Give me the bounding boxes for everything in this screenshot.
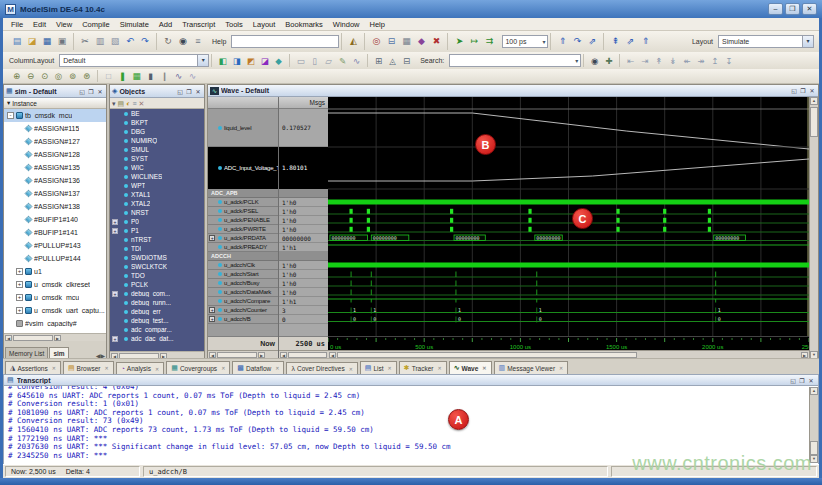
sim-tree-item[interactable]: #ASSIGN#135: [4, 161, 106, 174]
menu-layout[interactable]: Layout: [249, 20, 280, 29]
float-icon[interactable]: ❐: [798, 377, 806, 384]
stop-drawing-icon[interactable]: □: [102, 70, 115, 82]
wave-canvas[interactable]: 0000000000000000000000000000000000000000…: [328, 97, 809, 336]
wave-signal-name[interactable]: u_adck/PCLK: [208, 198, 278, 207]
close-icon[interactable]: ✕: [807, 377, 815, 384]
step-over-icon[interactable]: ↷: [570, 35, 584, 48]
menu-tools[interactable]: Tools: [221, 20, 247, 29]
close-icon[interactable]: ✕: [52, 365, 56, 371]
objects-item[interactable]: NUMIRQ: [110, 136, 204, 145]
wave-signal-name[interactable]: +u_adcch/B: [208, 315, 278, 324]
zoom-last-icon[interactable]: ⊛: [80, 70, 93, 82]
group-icon[interactable]: ◬: [386, 55, 399, 67]
find-options-icon[interactable]: ≡: [191, 35, 205, 48]
wave-signal-name[interactable]: u_adcch/Start: [208, 270, 278, 279]
transcript-header[interactable]: ▤ Transcript ◱❐✕: [3, 374, 819, 386]
help-lamp-icon[interactable]: ◭: [346, 35, 360, 48]
tree-expander-icon[interactable]: +: [209, 307, 215, 313]
objects-item[interactable]: debug_err: [110, 307, 204, 316]
sim-tree-item[interactable]: #ASSIGN#136: [4, 174, 106, 187]
sim-tree-item[interactable]: #ASSIGN#137: [4, 187, 106, 200]
zoom-mode-icon[interactable]: ▱: [322, 55, 335, 67]
objects-item[interactable]: NRST: [110, 208, 204, 217]
insert-group-icon[interactable]: ◪: [258, 55, 271, 67]
menu-transcript[interactable]: Transcript: [178, 20, 219, 29]
sim-tree-item[interactable]: #PULLUP#143: [4, 239, 106, 252]
workspace-tab-covergroups[interactable]: ▦Covergroups✕: [166, 361, 230, 374]
tree-expander-icon[interactable]: +: [209, 316, 215, 322]
objects-item[interactable]: BE: [110, 109, 204, 118]
menu-add[interactable]: Add: [155, 20, 176, 29]
elaborate-icon[interactable]: ◆: [414, 35, 428, 48]
workspace-tab-list[interactable]: ▤List✕: [360, 361, 397, 374]
step-out-icon[interactable]: ⇗: [585, 35, 599, 48]
tree-expander-icon[interactable]: +: [16, 268, 23, 275]
view-filter-icon[interactable]: ▤: [118, 99, 125, 108]
cut-icon[interactable]: ✂: [78, 35, 92, 48]
wave-signal-name[interactable]: u_adcch/DataMark: [208, 288, 278, 297]
step-next-icon[interactable]: ⇑: [638, 35, 652, 48]
restart-icon[interactable]: ◎: [369, 35, 383, 48]
copy-icon[interactable]: ▥: [93, 35, 107, 48]
instance-column-header[interactable]: ▾ Instance: [4, 98, 106, 109]
tree-expander-icon[interactable]: +: [112, 291, 118, 297]
sim-tree-item[interactable]: #ASSIGN#138: [4, 200, 106, 213]
close-icon[interactable]: ✕: [155, 366, 159, 372]
tree-expander-icon[interactable]: +: [16, 281, 23, 288]
dock-icon[interactable]: ◱: [789, 377, 797, 384]
sim-tree-item[interactable]: #ASSIGN#115: [4, 122, 106, 135]
scroll-thumb[interactable]: [810, 107, 818, 137]
find-first-icon[interactable]: ⇤: [624, 55, 637, 67]
close-icon[interactable]: ✕: [388, 365, 392, 371]
wave-signal-name[interactable]: +u_adcch/Counter: [208, 306, 278, 315]
menu-view[interactable]: View: [52, 20, 76, 29]
dock-icon[interactable]: ◱: [790, 87, 798, 94]
open-icon[interactable]: ◪: [25, 35, 39, 48]
objects-item[interactable]: debug_test...: [110, 316, 204, 325]
sim-tree-item[interactable]: #ASSIGN#127: [4, 135, 106, 148]
select-mode-icon[interactable]: ▯: [308, 55, 321, 67]
workspace-tab-analysis[interactable]: ◔Analysis✕: [116, 362, 165, 374]
maximize-button[interactable]: ❐: [785, 3, 800, 15]
workspace-tab-wave[interactable]: ∿Wave✕: [449, 361, 492, 374]
fall-edge-icon[interactable]: ↧: [722, 55, 735, 67]
sim-tree-item[interactable]: +u_cmsdk_uart_captu...: [4, 304, 106, 317]
run-length-input[interactable]: 100 ps▾: [502, 35, 548, 48]
menu-file[interactable]: File: [7, 20, 27, 29]
tree-expander-icon[interactable]: +: [209, 235, 215, 241]
contains-icon[interactable]: ◐: [126, 99, 130, 108]
close-icon[interactable]: ✕: [482, 365, 486, 371]
close-icon[interactable]: ✕: [104, 365, 108, 371]
objects-item[interactable]: SWCLKTCK: [110, 262, 204, 271]
objects-item[interactable]: BKPT: [110, 118, 204, 127]
filter-dropdown-icon[interactable]: ▾: [112, 99, 116, 108]
sim-tree-item[interactable]: #ASSIGN#128: [4, 148, 106, 161]
undo-icon[interactable]: ↶: [123, 35, 137, 48]
sim-tree-item[interactable]: #BUFIP1#141: [4, 226, 106, 239]
objects-item[interactable]: WIC: [110, 163, 204, 172]
search-input[interactable]: ▾: [449, 54, 581, 67]
objects-panel-header[interactable]: ◈ Objects ◱❐✕: [110, 85, 204, 98]
chevron-down-icon[interactable]: ▾: [197, 55, 208, 66]
objects-item[interactable]: +adc_dac_dat...: [110, 334, 204, 343]
tree-expander-icon[interactable]: +: [112, 336, 118, 342]
close-icon[interactable]: ✕: [437, 365, 441, 371]
sim-hscrollbar[interactable]: ◀ ▶: [4, 333, 106, 341]
objects-item[interactable]: PCLK: [110, 280, 204, 289]
objects-item[interactable]: +P0: [110, 217, 204, 226]
close-icon[interactable]: ✕: [349, 366, 353, 372]
paste-icon[interactable]: ▧: [108, 35, 122, 48]
objects-item[interactable]: XTAL1: [110, 190, 204, 199]
objects-item[interactable]: WICLINES: [110, 172, 204, 181]
cursor-delete-icon[interactable]: ▮: [144, 70, 157, 82]
workspace-tab-cover-directives[interactable]: λCover Directives✕: [286, 362, 357, 374]
close-icon[interactable]: ✕: [194, 88, 202, 95]
objects-item[interactable]: TDI: [110, 244, 204, 253]
tree-expander-icon[interactable]: +: [112, 228, 118, 234]
collapse-icon[interactable]: ⊟: [400, 55, 413, 67]
search-exec-icon[interactable]: ◉: [588, 55, 601, 67]
expand-icon[interactable]: ⊞: [372, 55, 385, 67]
sim-tree-item[interactable]: +u1: [4, 265, 106, 278]
step-up-icon[interactable]: ⇞: [608, 35, 622, 48]
close-icon[interactable]: ✕: [96, 88, 104, 95]
